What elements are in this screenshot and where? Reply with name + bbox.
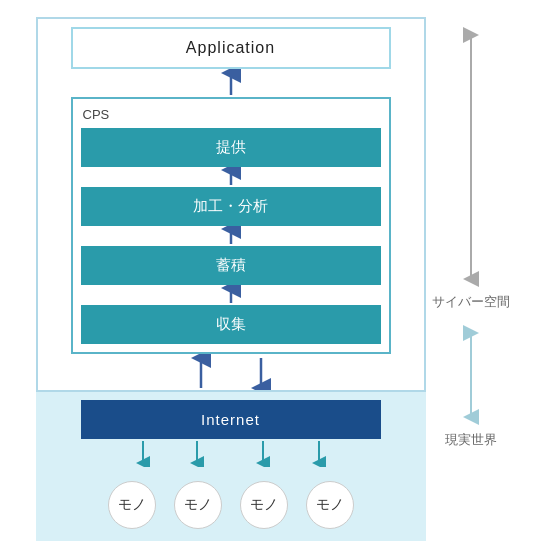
real-arrow-svg bbox=[461, 325, 481, 425]
cps-internet-arrows bbox=[79, 354, 383, 390]
mono-row: モノ モノ モノ モノ bbox=[44, 481, 418, 529]
arrow-chikuseki-shushuu bbox=[81, 285, 381, 305]
layer-teikyou: 提供 bbox=[81, 128, 381, 167]
left-column: Application CPS 提供 bbox=[36, 17, 426, 527]
mono-item-2: モノ bbox=[174, 481, 222, 529]
mono-item-1: モノ bbox=[108, 481, 156, 529]
layer-chikuseki: 蓄積 bbox=[81, 246, 381, 285]
application-box: Application bbox=[71, 27, 391, 69]
cyber-arrow-svg bbox=[461, 27, 481, 287]
mono-circle-2: モノ bbox=[174, 481, 222, 529]
real-world-area: Internet bbox=[36, 392, 426, 541]
cyber-side-label: サイバー空間 bbox=[432, 27, 510, 315]
cps-box: CPS 提供 bbox=[71, 97, 391, 354]
mono-item-4: モノ bbox=[306, 481, 354, 529]
internet-label: Internet bbox=[201, 411, 260, 428]
internet-box: Internet bbox=[81, 400, 381, 439]
layer-shushuu: 収集 bbox=[81, 305, 381, 344]
cps-label: CPS bbox=[81, 107, 381, 122]
mono-circle-1: モノ bbox=[108, 481, 156, 529]
diagram: Application CPS 提供 bbox=[36, 17, 516, 527]
cyber-space-area: Application CPS 提供 bbox=[36, 17, 426, 392]
cyber-label-text: サイバー空間 bbox=[432, 293, 510, 311]
real-label-text: 現実世界 bbox=[445, 431, 497, 449]
application-label: Application bbox=[186, 39, 275, 56]
arrow-cps-to-app bbox=[46, 69, 416, 97]
real-side-label: 現実世界 bbox=[445, 325, 497, 453]
mono-circle-3: モノ bbox=[240, 481, 288, 529]
mono-circle-4: モノ bbox=[306, 481, 354, 529]
mono-item-3: モノ bbox=[240, 481, 288, 529]
internet-mono-arrows bbox=[44, 439, 418, 467]
arrow-kakou-chikuseki bbox=[81, 226, 381, 246]
right-column: サイバー空間 現実世界 bbox=[426, 17, 516, 527]
layer-kakou: 加工・分析 bbox=[81, 187, 381, 226]
arrow-cps-app-svg bbox=[219, 69, 243, 97]
arrow-teikyou-kakou bbox=[81, 167, 381, 187]
